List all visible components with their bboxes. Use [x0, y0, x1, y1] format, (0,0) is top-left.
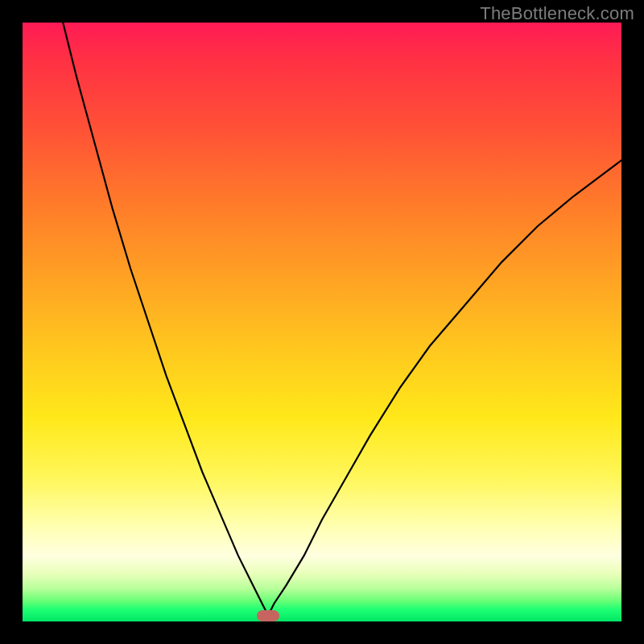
watermark-text: TheBottleneck.com [480, 3, 634, 24]
plot-area [23, 23, 621, 621]
chart-frame: TheBottleneck.com [0, 0, 644, 644]
bottleneck-curve [23, 23, 621, 621]
optimum-marker [257, 610, 279, 621]
